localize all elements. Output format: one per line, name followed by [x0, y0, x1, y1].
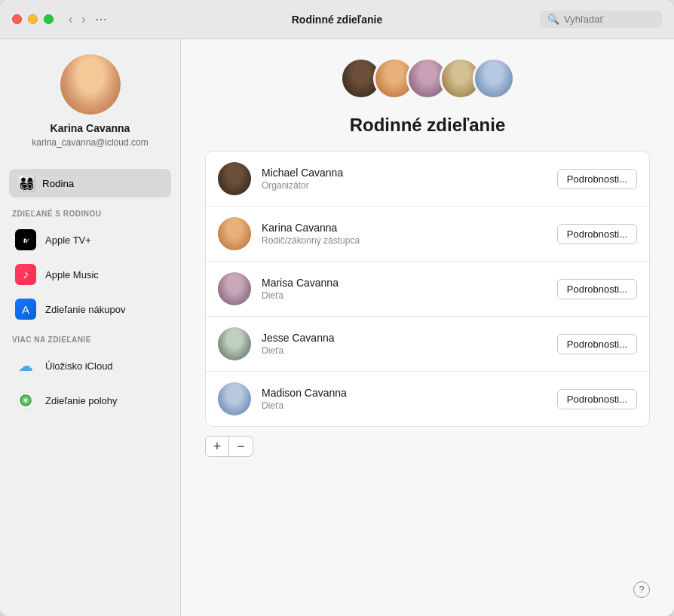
maximize-button[interactable]	[44, 14, 54, 24]
main-content: Karina Cavanna karina_cavanna@icloud.com…	[0, 39, 674, 616]
member-name: Marisa Cavanna	[262, 277, 547, 289]
back-button[interactable]: ‹	[66, 12, 75, 27]
table-toolbar: + −	[205, 436, 650, 457]
member-name: Karina Cavanna	[262, 222, 547, 234]
member-info: Madison Cavanna Dieťa	[262, 387, 547, 411]
member-name: Madison Cavanna	[262, 387, 547, 399]
family-section-item: 👨‍👩‍👧‍👦 Rodina	[9, 169, 171, 198]
member-role: Dieťa	[262, 290, 547, 301]
search-input[interactable]	[564, 14, 654, 25]
sidebar-item-icloud[interactable]: ☁ Úložisko iCloud	[0, 348, 180, 383]
member-info: Karina Cavanna Rodič/zákonný zástupca	[262, 222, 547, 246]
family-avatars	[205, 57, 650, 100]
sidebar-item-appstore[interactable]: A Zdieľanie nákupov	[0, 292, 180, 326]
sidebar-profile: Karina Cavanna karina_cavanna@icloud.com	[0, 54, 180, 163]
close-button[interactable]	[12, 14, 22, 24]
family-icon: 👨‍👩‍👧‍👦	[18, 175, 35, 192]
details-button[interactable]: Podrobnosti...	[557, 334, 637, 354]
applemusic-label: Apple Music	[45, 269, 99, 280]
member-info: Michael Cavanna Organizátor	[262, 167, 547, 191]
member-avatar	[218, 382, 251, 415]
member-role: Rodič/zákonný zástupca	[262, 235, 547, 246]
more-section-label: VIAC NA ZDIEĽANIE	[0, 326, 180, 348]
member-info: Marisa Cavanna Dieťa	[262, 277, 547, 301]
family-label: Rodina	[42, 178, 74, 189]
location-icon	[15, 390, 36, 411]
member-role: Organizátor	[262, 180, 547, 191]
details-button[interactable]: Podrobnosti...	[557, 169, 637, 189]
member-avatar	[218, 217, 251, 250]
nav-buttons: ‹ ›	[66, 12, 89, 27]
family-button[interactable]: 👨‍👩‍👧‍👦 Rodina	[9, 169, 171, 198]
appletv-icon: tv	[15, 229, 36, 250]
appstore-label: Zdieľanie nákupov	[45, 304, 125, 315]
titlebar: ‹ › ⋯ Rodinné zdieľanie 🔍	[0, 0, 674, 39]
appstore-icon: A	[15, 299, 36, 320]
window: ‹ › ⋯ Rodinné zdieľanie 🔍 Karina Cavanna…	[0, 0, 674, 616]
member-role: Dieťa	[262, 400, 547, 411]
member-avatar	[218, 327, 251, 360]
profile-name: Karina Cavanna	[51, 122, 130, 134]
member-name: Jesse Cavanna	[262, 332, 547, 344]
titlebar-title: Rodinné zdieľanie	[292, 14, 383, 26]
main-panel: Rodinné zdieľanie Michael Cavanna Organi…	[181, 39, 674, 616]
sidebar-item-applemusic[interactable]: ♪ Apple Music	[0, 257, 180, 292]
details-button[interactable]: Podrobnosti...	[557, 279, 637, 299]
member-info: Jesse Cavanna Dieťa	[262, 332, 547, 356]
details-button[interactable]: Podrobnosti...	[557, 224, 637, 244]
applemusic-icon: ♪	[15, 264, 36, 285]
shared-section-label: ZDIEĽANÉ S RODINOU	[0, 201, 180, 222]
location-label: Zdieľanie polohy	[45, 395, 118, 406]
icloud-label: Úložisko iCloud	[45, 360, 113, 372]
member-role: Dieťa	[262, 345, 547, 356]
member-name: Michael Cavanna	[262, 167, 547, 179]
grid-button[interactable]: ⋯	[95, 12, 107, 26]
appletv-label: Apple TV+	[45, 234, 91, 246]
sidebar-item-appletv[interactable]: tv Apple TV+	[0, 222, 180, 257]
minimize-button[interactable]	[28, 14, 38, 24]
members-table: Michael Cavanna Organizátor Podrobnosti.…	[205, 151, 650, 427]
help-button[interactable]: ?	[633, 581, 650, 598]
svg-point-3	[24, 399, 27, 402]
icloud-icon: ☁	[15, 355, 36, 376]
sidebar-item-location[interactable]: Zdieľanie polohy	[0, 383, 180, 418]
table-row: Karina Cavanna Rodič/zákonný zástupca Po…	[206, 207, 649, 262]
help-area: ?	[205, 575, 650, 598]
table-row: Michael Cavanna Organizátor Podrobnosti.…	[206, 152, 649, 207]
add-member-button[interactable]: +	[205, 436, 229, 457]
traffic-lights	[12, 14, 54, 24]
remove-member-button[interactable]: −	[229, 436, 253, 457]
table-row: Marisa Cavanna Dieťa Podrobnosti...	[206, 262, 649, 317]
forward-button[interactable]: ›	[78, 12, 88, 27]
search-bar: 🔍	[540, 11, 662, 28]
family-avatar-5	[473, 57, 515, 100]
member-avatar	[218, 162, 251, 195]
table-row: Jesse Cavanna Dieťa Podrobnosti...	[206, 317, 649, 372]
search-icon: 🔍	[547, 14, 559, 25]
panel-title: Rodinné zdieľanie	[205, 115, 650, 136]
member-avatar	[218, 272, 251, 305]
profile-email: karina_cavanna@icloud.com	[32, 137, 148, 148]
sidebar: Karina Cavanna karina_cavanna@icloud.com…	[0, 39, 181, 616]
profile-avatar-face	[60, 54, 121, 115]
table-row: Madison Cavanna Dieťa Podrobnosti...	[206, 372, 649, 426]
details-button[interactable]: Podrobnosti...	[557, 389, 637, 409]
profile-avatar	[60, 54, 121, 115]
